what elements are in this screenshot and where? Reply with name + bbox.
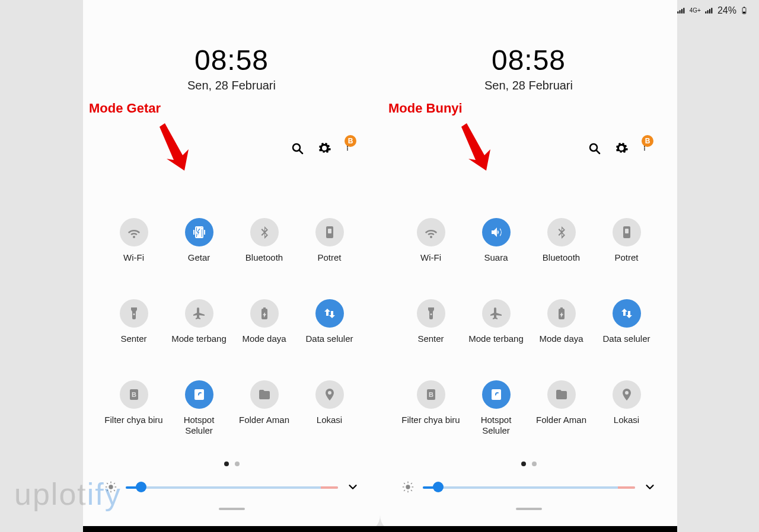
nav-handle[interactable]	[516, 508, 542, 510]
tile-airplane[interactable]: Mode terbang	[464, 299, 529, 345]
notif-badge: B	[345, 135, 356, 147]
date: Sen, 28 Februari	[484, 79, 573, 92]
settings-button[interactable]	[614, 141, 629, 158]
tile-flashlight[interactable]: Senter	[101, 299, 167, 345]
tile-label: Bluetooth	[543, 252, 580, 264]
brightness-slider[interactable]	[126, 481, 338, 493]
tile-label: Folder Aman	[239, 415, 289, 426]
tile-label: Potret	[317, 252, 341, 264]
more-button[interactable]: B	[642, 141, 648, 158]
tile-label: Senter	[417, 334, 444, 345]
vibrate-icon	[185, 218, 213, 246]
black-strip	[83, 526, 677, 532]
panels-wrap: 08:58Sen, 28 FebruariBWi-FiGetarBluetoot…	[83, 0, 677, 532]
time: 08:58	[194, 44, 269, 76]
battery-icon	[250, 299, 279, 328]
sun-icon	[401, 480, 414, 493]
svg-line-35	[404, 490, 405, 491]
tile-bluelight[interactable]: Filter chya biru	[398, 380, 464, 437]
svg-line-33	[404, 483, 405, 484]
tile-label: Wi-Fi	[123, 252, 144, 264]
tile-label: Lokasi	[614, 415, 639, 426]
signal-icon-2	[704, 6, 714, 15]
tile-portrait[interactable]: Potret	[594, 218, 659, 264]
more-button[interactable]: B	[345, 141, 350, 158]
airplane-icon	[482, 299, 511, 328]
bluelight-icon	[417, 380, 445, 409]
tile-label: Data seluler	[602, 334, 650, 345]
search-button[interactable]	[290, 141, 304, 158]
gear-icon	[614, 141, 629, 155]
tile-bluelight[interactable]: Filter chya biru	[101, 380, 167, 437]
sound-icon	[482, 218, 511, 246]
airplane-icon	[185, 299, 213, 328]
tile-label: Mode daya	[539, 334, 583, 345]
qs-grid: Wi-FiSuaraBluetoothPotretSenterMode terb…	[398, 218, 659, 437]
brightness-row	[401, 480, 656, 493]
tile-hotspot[interactable]: Hotspot Seluler	[464, 380, 529, 437]
portrait-icon	[315, 218, 344, 246]
tile-label: Hotspot Seluler	[467, 415, 526, 437]
tile-folder[interactable]: Folder Aman	[232, 380, 297, 437]
tile-label: Wi-Fi	[420, 252, 441, 264]
flashlight-icon	[417, 299, 445, 328]
toolbar: B	[290, 141, 350, 158]
search-icon	[290, 141, 304, 155]
tile-airplane[interactable]: Mode terbang	[167, 299, 232, 345]
tile-label: Mode daya	[242, 334, 286, 345]
tile-label: Folder Aman	[536, 415, 586, 426]
folder-icon	[250, 380, 279, 409]
tile-bluetooth[interactable]: Bluetooth	[232, 218, 297, 264]
slider-thumb[interactable]	[433, 482, 444, 492]
slider-thumb[interactable]	[136, 482, 146, 492]
toolbar: B	[587, 141, 648, 158]
tile-bluetooth[interactable]: Bluetooth	[529, 218, 594, 264]
tile-hotspot[interactable]: Hotspot Seluler	[167, 380, 232, 437]
nav-handle[interactable]	[219, 508, 245, 510]
notif-badge: B	[642, 135, 653, 147]
tile-portrait[interactable]: Potret	[297, 218, 362, 264]
hotspot-icon	[185, 380, 213, 409]
svg-point-28	[406, 485, 410, 489]
settings-button[interactable]	[317, 141, 331, 158]
tile-folder[interactable]: Folder Aman	[529, 380, 594, 437]
tile-sound[interactable]: Suara	[464, 218, 529, 264]
panel-left: 08:58Sen, 28 FebruariBWi-FiGetarBluetoot…	[83, 0, 380, 532]
chevron-down-icon[interactable]	[643, 480, 656, 493]
tile-wifi[interactable]: Wi-Fi	[398, 218, 464, 264]
tile-data[interactable]: Data seluler	[297, 299, 362, 345]
tile-location[interactable]: Lokasi	[297, 380, 362, 437]
tile-label: Mode terbang	[468, 334, 524, 345]
tile-vibrate[interactable]: Getar	[167, 218, 232, 264]
tile-label: Filter chya biru	[104, 415, 162, 426]
panel-right: 08:58Sen, 28 FebruariBWi-FiSuaraBluetoot…	[380, 0, 677, 532]
signal-icon-1	[677, 6, 686, 15]
battery-icon	[547, 299, 576, 328]
tile-data[interactable]: Data seluler	[594, 299, 659, 345]
tile-label: Hotspot Seluler	[170, 415, 229, 437]
bluelight-icon	[120, 380, 148, 409]
tile-flashlight[interactable]: Senter	[398, 299, 464, 345]
data-icon	[613, 299, 641, 328]
page-dots	[521, 462, 537, 466]
bluetooth-icon	[250, 218, 279, 246]
tile-label: Bluetooth	[245, 252, 283, 264]
battery-percent: 24%	[717, 5, 736, 16]
tile-battery[interactable]: Mode daya	[529, 299, 594, 345]
svg-line-36	[411, 483, 412, 484]
dot-2	[235, 462, 240, 466]
time: 08:58	[492, 44, 566, 76]
tile-wifi[interactable]: Wi-Fi	[101, 218, 167, 264]
search-button[interactable]	[587, 141, 601, 158]
tile-battery[interactable]: Mode daya	[232, 299, 297, 345]
hotspot-icon	[482, 380, 511, 409]
tile-label: Potret	[614, 252, 638, 264]
tile-label: Data seluler	[305, 334, 353, 345]
brightness-slider[interactable]	[423, 481, 635, 493]
watermark: uplotify	[14, 476, 122, 512]
tile-location[interactable]: Lokasi	[594, 380, 659, 437]
tile-label: Getar	[188, 252, 211, 264]
flashlight-icon	[120, 299, 148, 328]
annotation-left: Mode Getar	[89, 101, 161, 116]
chevron-down-icon[interactable]	[346, 480, 359, 493]
